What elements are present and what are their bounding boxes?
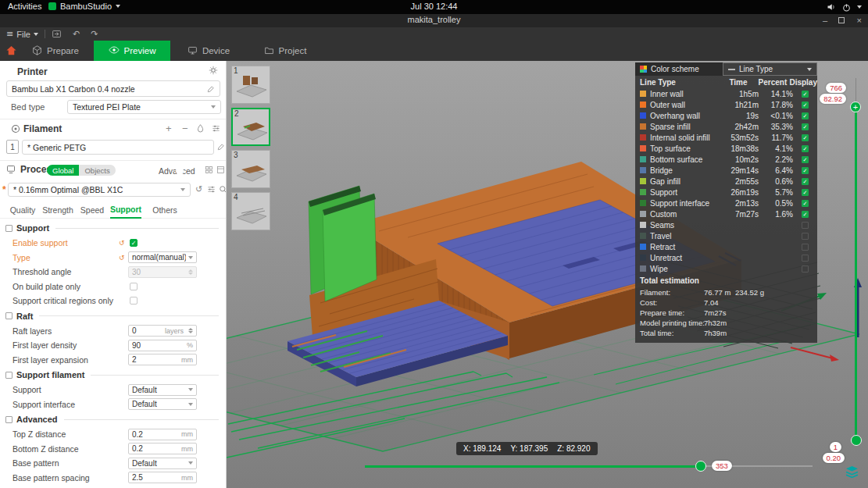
input-field[interactable]: 2.5mm <box>128 472 197 483</box>
plate-thumbnail-3[interactable]: 3 <box>231 150 270 188</box>
app-menu[interactable]: BambuStudio <box>48 2 120 11</box>
select-field[interactable]: Default <box>128 384 197 396</box>
redo-button[interactable]: ↷ <box>91 29 98 39</box>
display-checkbox[interactable] <box>802 255 809 262</box>
select-field[interactable]: Default <box>128 398 197 410</box>
display-checkbox[interactable] <box>802 265 809 272</box>
plate-thumbnail-2[interactable]: 2 <box>231 108 270 146</box>
layer-slider-top-handle[interactable]: + <box>850 102 861 112</box>
display-checkbox[interactable]: ✓ <box>802 134 809 141</box>
display-checkbox[interactable] <box>802 233 809 240</box>
minimize-button[interactable]: – <box>823 15 827 27</box>
param-tab-speed[interactable]: Speed <box>80 201 105 219</box>
plate-number: 4 <box>234 193 238 201</box>
select-field[interactable]: normal(manual) <box>128 251 197 263</box>
display-checkbox[interactable]: ✓ <box>802 102 809 109</box>
layer-slider-range[interactable] <box>855 112 857 439</box>
reset-to-default-icon[interactable]: ↺ <box>119 239 128 247</box>
printer-select[interactable]: Bambu Lab X1 Carbon 0.4 nozzle <box>6 80 220 97</box>
display-checkbox[interactable]: ✓ <box>802 211 809 218</box>
input-field[interactable]: 0.2mm <box>128 443 197 454</box>
param-tab-strength[interactable]: Strength <box>41 201 75 219</box>
input-field[interactable]: 90% <box>128 340 197 351</box>
edit-pencil-icon[interactable] <box>207 85 215 93</box>
move-slider-handle[interactable] <box>695 461 706 472</box>
total-value: 7h32m <box>704 319 727 327</box>
input-field[interactable]: 2mm <box>128 354 197 365</box>
col-time: Time <box>721 78 756 87</box>
layer-slider-bottom-handle[interactable] <box>851 435 862 446</box>
filament-settings-icon[interactable] <box>212 124 220 133</box>
display-checkbox[interactable] <box>802 222 809 229</box>
bed-type-select[interactable]: Textured PEI Plate <box>67 100 221 114</box>
process-scope-toggle[interactable]: Global Objects <box>47 165 116 176</box>
search-icon[interactable] <box>219 185 227 194</box>
move-slider-progress[interactable] <box>365 465 701 468</box>
edit-filament-pencil-icon[interactable] <box>217 143 225 151</box>
remove-filament-button[interactable]: − <box>182 123 188 134</box>
line-type-name: Seams <box>646 221 723 230</box>
view-type-select[interactable]: Line Type <box>723 62 817 76</box>
group-icon <box>5 225 13 232</box>
param-tab-quality[interactable]: Quality <box>8 201 38 219</box>
tab-prepare[interactable]: Prepare <box>17 41 94 61</box>
reset-to-default-icon[interactable]: ↺ <box>119 254 128 262</box>
grid-icon[interactable] <box>205 166 213 174</box>
open-project-button[interactable] <box>52 29 62 39</box>
spinner-arrows[interactable] <box>188 269 193 275</box>
tab-project[interactable]: Project <box>247 41 323 61</box>
close-button[interactable]: × <box>857 15 862 27</box>
display-checkbox[interactable] <box>802 244 809 251</box>
maximize-button[interactable] <box>838 15 845 27</box>
color-scheme-tab[interactable]: Color scheme <box>635 62 723 76</box>
panel-icon[interactable] <box>216 166 225 174</box>
select-field[interactable]: Default <box>128 458 197 469</box>
plate-thumbnail-4[interactable]: 4 <box>231 192 270 230</box>
file-menu[interactable]: ≡ File <box>6 29 38 39</box>
total-row: Prepare time:7m27s <box>635 308 817 319</box>
display-checkbox[interactable]: ✓ <box>802 178 809 185</box>
param-tab-support[interactable]: Support <box>110 201 141 219</box>
display-checkbox[interactable]: ✓ <box>802 112 809 119</box>
input-field[interactable]: 0.2mm <box>128 429 197 440</box>
spin-value: 0 <box>132 326 137 335</box>
legend-row: Outer wall1h21m17.8%✓ <box>635 99 817 110</box>
display-checkbox[interactable]: ✓ <box>802 167 809 174</box>
checkbox[interactable] <box>130 283 138 290</box>
spinner-arrows[interactable] <box>188 328 193 333</box>
undo-button[interactable]: ↶ <box>73 29 80 39</box>
display-checkbox[interactable]: ✓ <box>802 145 809 152</box>
reset-preset-icon[interactable]: ↺ <box>195 184 202 194</box>
process-preset-select[interactable]: * 0.16mm Optimal @BBL X1C <box>8 183 191 197</box>
select-value: Default <box>132 386 186 394</box>
activities-button[interactable]: Activities <box>8 2 41 11</box>
flush-volumes-icon[interactable] <box>196 124 205 133</box>
checkbox[interactable]: ✓ <box>130 239 138 247</box>
spin-field[interactable]: 30 <box>128 266 197 278</box>
checkbox[interactable] <box>130 297 138 305</box>
plate-thumbnail-1[interactable]: 1 <box>231 66 270 104</box>
display-checkbox[interactable]: ✓ <box>802 156 809 163</box>
tab-preview[interactable]: Preview <box>94 41 170 61</box>
display-checkbox[interactable]: ✓ <box>802 91 809 98</box>
objects-toggle[interactable]: Objects <box>79 165 115 176</box>
printer-settings-gear-icon[interactable] <box>209 66 218 75</box>
tab-label: Project <box>279 46 307 55</box>
filament-index-badge[interactable]: 1 <box>6 140 19 154</box>
legend-rows: Inner wall1h5m14.1%✓Outer wall1h21m17.8%… <box>635 88 817 274</box>
add-filament-button[interactable]: + <box>166 123 172 134</box>
display-checkbox[interactable]: ✓ <box>802 189 809 196</box>
display-checkbox[interactable]: ✓ <box>802 200 809 207</box>
global-toggle[interactable]: Global <box>47 165 79 176</box>
system-tray[interactable] <box>827 0 862 14</box>
layers-icon[interactable] <box>845 465 859 482</box>
spin-field[interactable]: 0layers <box>128 325 197 337</box>
clock[interactable]: Jul 30 12:44 <box>411 2 458 11</box>
preset-settings-icon[interactable] <box>207 185 216 194</box>
tab-device[interactable]: Device <box>170 41 247 61</box>
filament-select[interactable]: * Generic PETG <box>22 140 214 155</box>
line-type-swatch <box>640 91 646 97</box>
home-tab[interactable] <box>5 45 17 59</box>
param-tab-others[interactable]: Others <box>152 201 178 219</box>
display-checkbox[interactable]: ✓ <box>802 123 809 130</box>
